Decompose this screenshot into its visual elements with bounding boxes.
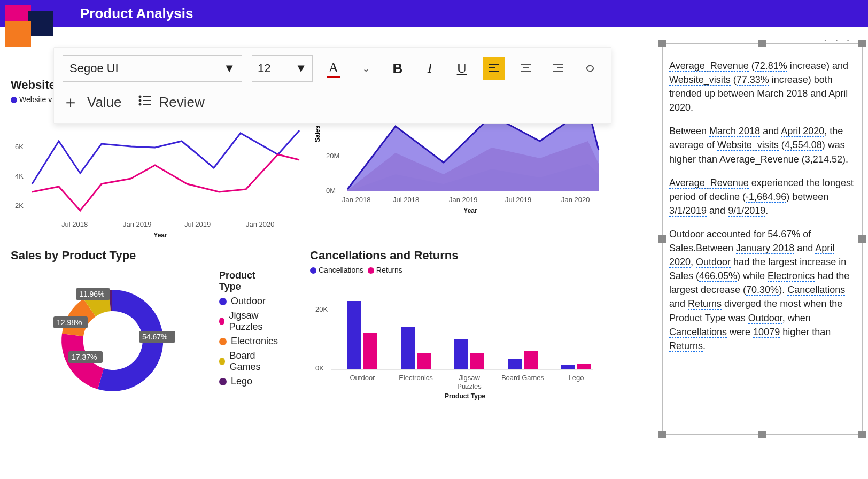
font-family-value: Segoe UI bbox=[69, 61, 119, 75]
narrative-paragraph: Outdoor accounted for 54.67% of Sales.Be… bbox=[669, 227, 855, 353]
legend-item: Electronics bbox=[219, 336, 278, 347]
svg-text:Year: Year bbox=[153, 231, 167, 239]
narrative-paragraph: Average_Revenue experienced the longest … bbox=[669, 176, 855, 218]
svg-text:54.67%: 54.67% bbox=[142, 333, 167, 341]
svg-text:Jan 2019: Jan 2019 bbox=[123, 220, 152, 228]
svg-point-9 bbox=[139, 96, 141, 97]
legend-title: Product Type bbox=[219, 270, 278, 292]
narrative-paragraph: Between March 2018 and April 2020, the a… bbox=[669, 124, 855, 166]
svg-rect-55 bbox=[524, 351, 538, 369]
svg-text:2K: 2K bbox=[15, 202, 24, 210]
smart-narrative-textbox[interactable]: Average_Revenue (72.81% increase) and We… bbox=[662, 43, 863, 435]
svg-text:Jan 2019: Jan 2019 bbox=[449, 196, 478, 204]
svg-rect-54 bbox=[508, 359, 522, 369]
line-chart-svg: 2K 4K 6K Jul 2018 Jan 2019 Jul 2019 Jan … bbox=[11, 104, 310, 243]
text-format-toolbar: Segoe UI ▼ 12 ▼ A ⌄ B I U ＋ Value bbox=[53, 47, 611, 124]
legend-item: Jigsaw Puzzles bbox=[219, 310, 278, 333]
link-button[interactable] bbox=[579, 57, 601, 80]
font-family-select[interactable]: Segoe UI ▼ bbox=[63, 55, 242, 82]
review-button[interactable]: Review bbox=[138, 94, 205, 111]
svg-text:0K: 0K bbox=[315, 364, 324, 372]
svg-text:Jul 2019: Jul 2019 bbox=[505, 196, 531, 204]
svg-text:Year: Year bbox=[463, 207, 477, 214]
sales-by-product-type-chart: Sales by Product Type 54.67% 17.37% 12.9… bbox=[11, 249, 214, 407]
legend-item: Board Games bbox=[219, 350, 278, 373]
narrative-paragraph: Average_Revenue (72.81% increase) and We… bbox=[669, 59, 855, 114]
svg-text:6K: 6K bbox=[15, 143, 24, 151]
cancellations-returns-chart: Cancellations and Returns Cancellations … bbox=[310, 249, 609, 405]
svg-rect-49 bbox=[363, 333, 377, 369]
plus-icon: ＋ bbox=[63, 91, 79, 113]
legend-item: Outdoor bbox=[219, 296, 278, 307]
page-title: Product Analysis bbox=[80, 5, 193, 22]
chevron-down-icon: ▼ bbox=[295, 61, 307, 75]
app-logo bbox=[5, 5, 31, 47]
svg-text:Puzzles: Puzzles bbox=[457, 382, 482, 390]
review-label: Review bbox=[159, 94, 205, 111]
svg-text:4K: 4K bbox=[15, 172, 24, 180]
page-header: Product Analysis bbox=[0, 0, 868, 27]
donut-chart-svg: 54.67% 17.37% 12.98% 11.96% bbox=[11, 266, 214, 405]
legend: Cancellations Returns bbox=[310, 266, 609, 274]
svg-text:20K: 20K bbox=[315, 305, 328, 313]
svg-text:20M: 20M bbox=[326, 152, 339, 160]
svg-rect-52 bbox=[454, 339, 468, 369]
align-center-button[interactable] bbox=[515, 57, 537, 80]
svg-text:Jigsaw: Jigsaw bbox=[459, 374, 480, 382]
svg-text:Jul 2018: Jul 2018 bbox=[61, 220, 88, 228]
svg-text:Jul 2019: Jul 2019 bbox=[184, 220, 211, 228]
font-color-chevron[interactable]: ⌄ bbox=[354, 57, 377, 80]
font-color-button[interactable]: A bbox=[322, 57, 345, 80]
svg-text:Product Type: Product Type bbox=[445, 392, 485, 400]
svg-text:Jan 2018: Jan 2018 bbox=[342, 196, 371, 204]
bar-chart-svg: 0K 20K Outdoor Electronics JigsawPuzzles… bbox=[310, 274, 609, 403]
svg-rect-53 bbox=[470, 353, 484, 369]
legend-item: Lego bbox=[219, 376, 278, 387]
svg-rect-57 bbox=[577, 364, 591, 369]
align-right-button[interactable] bbox=[547, 57, 569, 80]
font-size-select[interactable]: 12 ▼ bbox=[252, 55, 313, 82]
svg-text:Lego: Lego bbox=[569, 374, 584, 382]
add-value-button[interactable]: ＋ Value bbox=[63, 91, 122, 113]
svg-point-13 bbox=[139, 103, 141, 105]
svg-text:Outdoor: Outdoor bbox=[350, 374, 376, 382]
svg-text:0M: 0M bbox=[326, 187, 336, 195]
bold-button[interactable]: B bbox=[386, 57, 409, 80]
svg-text:Jul 2018: Jul 2018 bbox=[393, 196, 419, 204]
svg-rect-56 bbox=[561, 365, 575, 369]
svg-text:12.98%: 12.98% bbox=[57, 318, 82, 327]
svg-rect-48 bbox=[347, 301, 361, 369]
svg-text:Board Games: Board Games bbox=[501, 374, 545, 382]
value-label: Value bbox=[87, 94, 122, 111]
svg-text:Electronics: Electronics bbox=[399, 374, 433, 382]
svg-text:11.96%: 11.96% bbox=[79, 290, 104, 298]
product-type-legend: Product Type Outdoor Jigsaw Puzzles Elec… bbox=[219, 270, 278, 390]
svg-text:Jan 2020: Jan 2020 bbox=[246, 220, 275, 228]
italic-button[interactable]: I bbox=[418, 57, 441, 80]
svg-rect-51 bbox=[417, 353, 431, 369]
font-size-value: 12 bbox=[258, 61, 270, 75]
chart-title: Sales by Product Type bbox=[11, 249, 214, 262]
chevron-down-icon: ▼ bbox=[223, 61, 235, 75]
svg-text:Jan 2020: Jan 2020 bbox=[561, 196, 590, 204]
chart-title: Cancellations and Returns bbox=[310, 249, 609, 262]
align-left-button[interactable] bbox=[483, 57, 505, 80]
svg-point-11 bbox=[139, 99, 141, 101]
svg-text:Sales: Sales bbox=[314, 125, 321, 142]
svg-text:17.37%: 17.37% bbox=[72, 353, 97, 361]
underline-button[interactable]: U bbox=[451, 57, 473, 80]
list-icon bbox=[138, 94, 152, 111]
svg-rect-50 bbox=[401, 327, 415, 369]
